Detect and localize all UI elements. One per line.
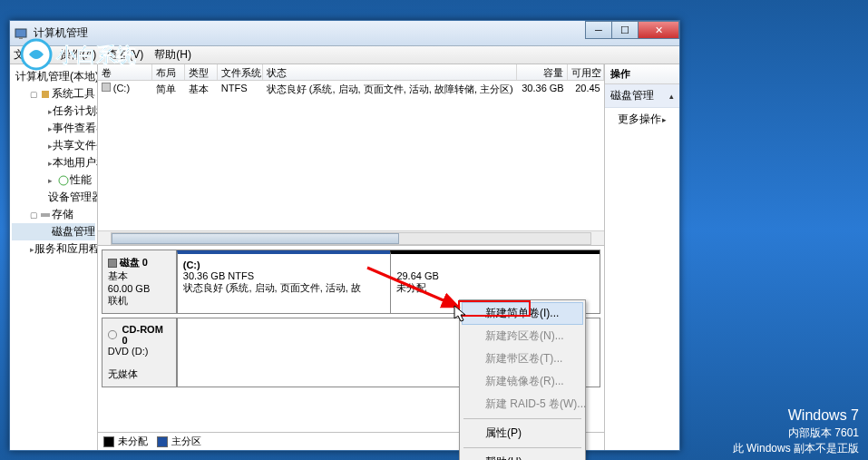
menu-help[interactable]: 帮助(H) <box>154 47 191 63</box>
svg-rect-0 <box>15 29 26 37</box>
window-title: 计算机管理 <box>34 25 676 41</box>
tree-disk-management[interactable]: 磁盘管理 <box>12 223 95 240</box>
menu-file[interactable]: 文件(F) <box>14 47 49 63</box>
ctx-new-mirrored-volume: 新建镜像卷(R)... <box>462 370 583 393</box>
cd-icon <box>108 330 117 339</box>
scroll-thumb[interactable] <box>112 233 399 244</box>
tree-local-users[interactable]: ▸本地用户和组 <box>12 154 95 171</box>
tree-event-viewer[interactable]: ▸事件查看器 <box>12 120 95 137</box>
partition-c[interactable]: (C:) 30.36 GB NTFS 状态良好 (系统, 启动, 页面文件, 活… <box>177 250 391 313</box>
close-button[interactable]: ✕ <box>638 21 679 39</box>
tree-services-apps[interactable]: ▸服务和应用程序 <box>12 240 95 258</box>
ctx-properties[interactable]: 属性(P) <box>462 422 583 445</box>
ctx-new-simple-volume[interactable]: 新建简单卷(I)... <box>462 302 583 325</box>
disk-0-label[interactable]: 磁盘 0 基本 60.00 GB 联机 <box>102 250 177 313</box>
volume-list-header[interactable]: 卷 布局 类型 文件系统 状态 容量 可用空 <box>98 64 604 81</box>
svg-rect-1 <box>19 37 23 39</box>
tools-icon <box>39 88 52 101</box>
actions-disk-mgmt[interactable]: 磁盘管理 ▴ <box>605 84 679 108</box>
horizontal-scrollbar[interactable] <box>98 230 604 245</box>
menu-view[interactable]: 查看(V) <box>107 47 143 63</box>
minimize-button[interactable]: ─ <box>585 21 612 39</box>
tree-root-label: 计算机管理(本地) <box>15 69 98 84</box>
volume-list[interactable]: 卷 布局 类型 文件系统 状态 容量 可用空 (C:) 简单 基本 NTFS 状… <box>98 64 604 246</box>
menubar: 文件(F) 操作(A) 查看(V) 帮助(H) <box>10 46 679 64</box>
actions-pane: 操作 磁盘管理 ▴ 更多操作 ▸ <box>605 64 679 450</box>
legend-unalloc-swatch <box>103 436 114 447</box>
tree-shared-folders[interactable]: ▸共享文件夹 <box>12 137 95 154</box>
svg-point-9 <box>59 176 68 185</box>
perf-icon <box>57 174 70 187</box>
collapse-icon: ▴ <box>669 92 674 101</box>
maximize-button[interactable]: ☐ <box>611 21 639 39</box>
tree-system-tools[interactable]: ▢系统工具 <box>12 85 95 103</box>
col-status[interactable]: 状态 <box>263 64 517 80</box>
actions-more[interactable]: 更多操作 ▸ <box>605 108 679 131</box>
ctx-new-striped-volume: 新建带区卷(T)... <box>462 347 583 370</box>
menu-action[interactable]: 操作(A) <box>60 47 96 63</box>
actions-header: 操作 <box>605 64 679 84</box>
ctx-separator <box>463 447 581 448</box>
col-free[interactable]: 可用空 <box>568 64 604 80</box>
ctx-new-spanned-volume: 新建跨区卷(N)... <box>462 325 583 347</box>
tree-task-scheduler[interactable]: ▸任务计划程序 <box>12 103 95 120</box>
ctx-help[interactable]: 帮助(H) <box>462 451 583 460</box>
col-capacity[interactable]: 容量 <box>517 64 568 80</box>
volume-row[interactable]: (C:) 简单 基本 NTFS 状态良好 (系统, 启动, 页面文件, 活动, … <box>98 81 604 98</box>
hdd-icon <box>108 259 117 268</box>
col-volume[interactable]: 卷 <box>98 64 152 80</box>
tree-root[interactable]: 计算机管理(本地) <box>12 68 95 85</box>
col-layout[interactable]: 布局 <box>152 64 185 80</box>
navigation-tree[interactable]: 计算机管理(本地) ▢系统工具 ▸任务计划程序 ▸事件查看器 ▸共享文件夹 ▸本… <box>10 64 98 450</box>
volume-icon <box>102 83 111 92</box>
submenu-icon: ▸ <box>662 115 667 124</box>
desktop-watermark: Windows 7 内部版本 7601 此 Windows 副本不是正版 <box>733 406 859 456</box>
ctx-separator <box>463 418 581 419</box>
tree-performance[interactable]: ▸性能 <box>12 171 95 189</box>
svg-rect-11 <box>41 213 50 217</box>
storage-icon <box>39 209 52 221</box>
tree-storage[interactable]: ▢存储 <box>12 206 95 223</box>
tree-device-manager[interactable]: 设备管理器 <box>12 189 95 206</box>
col-type[interactable]: 类型 <box>185 64 218 80</box>
titlebar[interactable]: 计算机管理 ─ ☐ ✕ <box>10 21 679 46</box>
app-icon <box>14 26 28 41</box>
legend-primary-swatch <box>157 436 168 447</box>
ctx-new-raid5-volume: 新建 RAID-5 卷(W)... <box>462 393 583 416</box>
svg-rect-3 <box>42 91 49 98</box>
cdrom-label[interactable]: CD-ROM 0 DVD (D:) 无媒体 <box>102 318 177 387</box>
col-filesystem[interactable]: 文件系统 <box>218 64 263 80</box>
context-menu: 新建简单卷(I)... 新建跨区卷(N)... 新建带区卷(T)... 新建镜像… <box>459 299 586 460</box>
